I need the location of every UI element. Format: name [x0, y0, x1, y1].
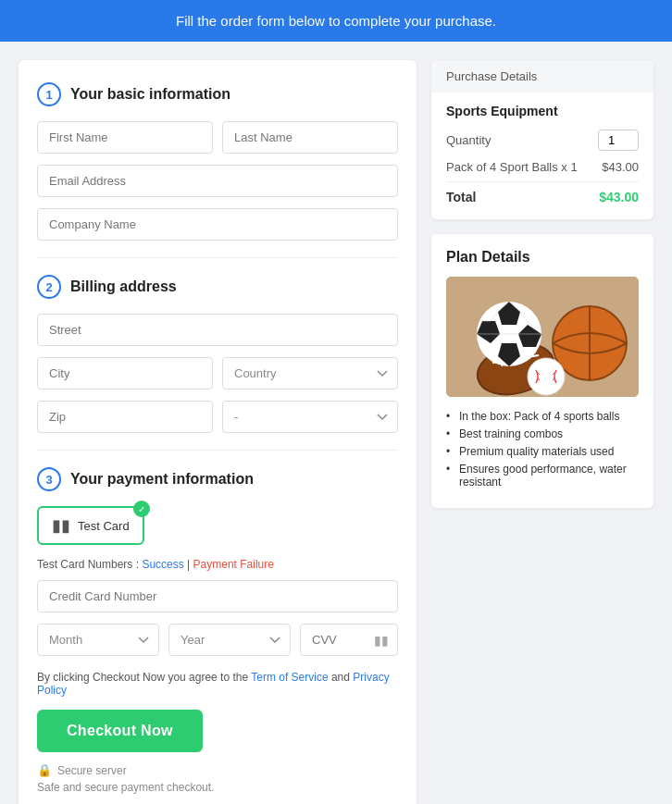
secure-label: Secure server — [57, 764, 127, 777]
company-input[interactable] — [37, 208, 398, 241]
cvv-card-icon: ▮▮ — [374, 633, 389, 648]
card-icon: ▮▮ — [52, 515, 70, 536]
tos-text: By clicking Checkout Now you agree to th… — [37, 671, 398, 697]
item-price: $43.00 — [602, 160, 639, 174]
cc-input-wrapper — [37, 580, 398, 612]
year-select[interactable]: Year 202420252026 2027202820292030 — [168, 624, 291, 656]
tos-before: By clicking Checkout Now you agree to th… — [37, 671, 251, 684]
checkout-button[interactable]: Checkout Now — [37, 710, 203, 752]
quantity-label: Quantity — [446, 133, 491, 147]
section1-number: 1 — [37, 82, 61, 106]
total-label: Total — [446, 190, 476, 204]
section1-header: 1 Your basic information — [37, 82, 398, 106]
quantity-input[interactable] — [598, 130, 639, 151]
tos-mid: and — [331, 671, 353, 684]
cc-number-input[interactable] — [37, 580, 398, 612]
secure-row: 🔒 Secure server — [37, 763, 398, 777]
name-row — [37, 121, 398, 154]
top-banner: Fill the order form below to complete yo… — [0, 0, 672, 42]
plan-details-box: Plan Details — [431, 234, 653, 508]
card-check-icon: ✓ — [133, 501, 150, 517]
section3-number: 3 — [37, 467, 61, 491]
item-label: Pack of 4 Sport Balls x 1 — [446, 160, 578, 174]
city-country-row: Country United States United Kingdom Can… — [37, 357, 398, 390]
total-row: Total $43.00 — [446, 190, 639, 204]
test-card-note: Test Card Numbers : Success | Payment Fa… — [37, 558, 398, 571]
item-row: Pack of 4 Sport Balls x 1 $43.00 — [446, 160, 639, 182]
sport-balls-image — [446, 277, 639, 397]
right-panel: Purchase Details Sports Equipment Quanti… — [431, 60, 653, 804]
card-option[interactable]: ▮▮ Test Card ✓ — [37, 506, 144, 545]
bullet-3: Premium quality materials used — [446, 445, 639, 458]
purchase-details-box: Purchase Details Sports Equipment Quanti… — [431, 60, 653, 219]
zip-state-row: - — [37, 401, 398, 433]
section2-title: Billing address — [70, 278, 177, 295]
divider2 — [37, 450, 398, 451]
state-select[interactable]: - — [222, 401, 398, 433]
zip-input[interactable] — [37, 401, 213, 433]
product-name: Sports Equipment — [446, 104, 639, 118]
svg-point-17 — [528, 358, 565, 395]
company-group — [37, 208, 398, 241]
failure-link[interactable]: Payment Failure — [193, 558, 274, 571]
cvv-wrapper: ▮▮ — [300, 624, 398, 656]
first-name-input[interactable] — [37, 121, 213, 154]
card-option-label: Test Card — [78, 519, 130, 533]
success-link[interactable]: Success — [142, 558, 183, 571]
plan-details-title: Plan Details — [446, 249, 639, 266]
street-input[interactable] — [37, 314, 398, 346]
bullet-4: Ensures good performance, water resistan… — [446, 463, 639, 489]
section3-title: Your payment information — [70, 471, 254, 488]
test-card-text: Test Card Numbers : — [37, 558, 142, 571]
section1-title: Your basic information — [70, 86, 230, 103]
plan-bullets: In the box: Pack of 4 sports balls Best … — [446, 410, 639, 489]
date-cvv-row: Month JanuaryFebruaryMarch AprilMayJune … — [37, 624, 398, 656]
email-input[interactable] — [37, 165, 398, 197]
country-select[interactable]: Country United States United Kingdom Can… — [222, 357, 398, 390]
lock-icon: 🔒 — [37, 763, 52, 777]
bullet-2: Best training combos — [446, 427, 639, 440]
email-group — [37, 165, 398, 197]
total-price: $43.00 — [599, 190, 639, 204]
month-select[interactable]: Month JanuaryFebruaryMarch AprilMayJune … — [37, 624, 159, 656]
city-input[interactable] — [37, 357, 213, 390]
purchase-details-title: Purchase Details — [431, 60, 653, 93]
section2-header: 2 Billing address — [37, 275, 398, 299]
divider1 — [37, 257, 398, 258]
last-name-input[interactable] — [222, 121, 398, 154]
section2-number: 2 — [37, 275, 61, 299]
order-form-panel: 1 Your basic information 2 Billing a — [19, 60, 417, 804]
safe-payment-text: Safe and secure payment checkout. — [37, 781, 398, 794]
street-group — [37, 314, 398, 346]
section3-header: 3 Your payment information — [37, 467, 398, 491]
banner-text: Fill the order form below to complete yo… — [176, 13, 496, 29]
bullet-1: In the box: Pack of 4 sports balls — [446, 410, 639, 423]
quantity-row: Quantity — [446, 130, 639, 151]
tos-link[interactable]: Term of Service — [251, 671, 328, 684]
